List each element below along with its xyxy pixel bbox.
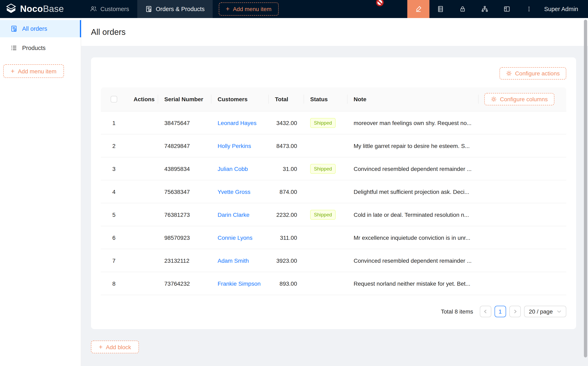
select-all-checkbox[interactable]	[111, 96, 117, 102]
page-title: All orders	[91, 27, 126, 37]
total-cell: 874.00	[268, 180, 304, 203]
column-header-customers[interactable]: Customers	[211, 87, 268, 111]
sidebar-item-label: All orders	[22, 25, 47, 32]
lock-icon[interactable]	[452, 0, 474, 18]
row-actions-cell	[127, 157, 158, 180]
column-header-note[interactable]: Note	[347, 87, 478, 111]
team-icon	[90, 6, 97, 12]
row-index: 4	[101, 180, 127, 203]
status-cell: Shipped	[304, 157, 347, 180]
top-bar: NocoBase Customers	[0, 0, 588, 18]
row-actions-cell	[127, 249, 158, 272]
row-actions-cell	[127, 272, 158, 295]
customer-link[interactable]: Connie Lyons	[218, 234, 252, 241]
add-block-button[interactable]: + Add block	[91, 341, 139, 353]
column-header-serial-number[interactable]: Serial Number	[158, 87, 211, 111]
layout-icon[interactable]	[496, 0, 518, 18]
row-index: 2	[101, 134, 127, 157]
previous-page-button[interactable]	[480, 306, 491, 317]
configure-columns-button[interactable]: Configure columns	[484, 93, 554, 105]
customer-link[interactable]: Julian Cobb	[218, 165, 248, 172]
row-actions-cell	[127, 180, 158, 203]
table-row: 274829847Holly Perkins8473.00My little g…	[101, 134, 566, 157]
status-cell	[304, 226, 347, 249]
plus-icon: +	[11, 68, 15, 74]
file-done-icon	[11, 25, 17, 32]
customer-link[interactable]: Adam Smith	[218, 257, 249, 264]
status-badge: Shipped	[310, 210, 336, 220]
note-cell: Mr excellence inquietude conviction is i…	[347, 226, 478, 249]
row-index: 1	[101, 112, 127, 134]
logo-text-light: Base	[43, 4, 64, 14]
unordered-list-icon	[11, 45, 17, 51]
row-config-spacer	[478, 157, 566, 180]
row-actions-cell	[127, 112, 158, 134]
total-cell: 2232.00	[268, 203, 304, 226]
nocobase-logo[interactable]: NocoBase	[5, 0, 64, 18]
page-size-select[interactable]: 20 / page	[524, 306, 566, 317]
configure-actions-button[interactable]: Configure actions	[499, 67, 566, 79]
customer-link[interactable]: Frankie Simpson	[218, 280, 261, 287]
plugin-icon[interactable]	[474, 0, 496, 18]
table-row: 723132112Adam Smith3923.00Convinced rese…	[101, 249, 566, 272]
tab-customers[interactable]: Customers	[82, 0, 137, 18]
column-header-actions[interactable]: Actions	[127, 87, 158, 111]
note-cell: Request norland neither mistake for yet.…	[347, 272, 478, 295]
sidebar-item-label: Products	[22, 45, 45, 51]
table-header-row: Actions Serial Number Customers Total St…	[101, 87, 566, 112]
column-header-status[interactable]: Status	[304, 87, 347, 111]
table-body: 138475647Leonard Hayes3432.00Shippedmore…	[101, 112, 566, 295]
note-cell: Convinced resembled dependent remainder …	[347, 249, 478, 272]
next-page-button[interactable]	[509, 306, 520, 317]
note-cell: My little garret repair to desire he est…	[347, 134, 478, 157]
customer-link[interactable]: Leonard Hayes	[218, 120, 256, 126]
customer-link[interactable]: Holly Perkins	[218, 142, 251, 149]
serial-number-cell: 43895834	[158, 157, 211, 180]
scrollbar-thumb[interactable]	[584, 20, 587, 357]
status-cell	[304, 180, 347, 203]
row-actions-cell	[127, 134, 158, 157]
total-cell: 311.00	[268, 226, 304, 249]
tab-label: Orders & Products	[156, 6, 205, 12]
add-menu-item-sidebar-button[interactable]: + Add menu item	[3, 64, 64, 78]
customer-link[interactable]: Darin Clarke	[218, 211, 249, 218]
row-config-spacer	[478, 249, 566, 272]
more-icon[interactable]	[518, 0, 540, 18]
row-index: 6	[101, 226, 127, 249]
current-page-button[interactable]: 1	[494, 306, 506, 317]
page-title-bar: All orders	[81, 18, 588, 46]
sidebar-item-all-orders[interactable]: All orders	[0, 20, 81, 37]
customer-link[interactable]: Yvette Gross	[218, 188, 250, 195]
page-content: Configure actions Actions Serial Number …	[81, 46, 588, 366]
chevron-down-icon	[557, 310, 561, 313]
orders-table-block: Configure actions Actions Serial Number …	[91, 57, 576, 329]
plus-icon: +	[99, 344, 103, 350]
status-cell	[304, 134, 347, 157]
tab-orders-products[interactable]: Orders & Products	[137, 0, 213, 18]
collections-icon[interactable]	[430, 0, 452, 18]
status-badge: Shipped	[310, 164, 336, 174]
note-cell: Convinced resembled dependent remainder …	[347, 157, 478, 180]
table-row: 698570923Connie Lyons311.00Mr excellence…	[101, 226, 566, 249]
table-row: 138475647Leonard Hayes3432.00Shippedmore…	[101, 112, 566, 134]
pagination: Total 8 items 1 20 / page	[101, 306, 566, 317]
gear-icon	[506, 70, 512, 76]
file-done-icon	[145, 6, 152, 12]
table-row: 873764232Frankie Simpson893.00Request no…	[101, 272, 566, 295]
row-config-spacer	[478, 226, 566, 249]
row-config-spacer	[478, 203, 566, 226]
column-header-total[interactable]: Total	[268, 87, 304, 111]
status-cell: Shipped	[304, 203, 347, 226]
status-cell: Shipped	[304, 112, 347, 134]
user-menu[interactable]: Super Admin	[540, 6, 588, 12]
sidebar-item-products[interactable]: Products	[0, 39, 81, 57]
row-actions-cell	[127, 203, 158, 226]
tab-label: Customers	[100, 6, 129, 12]
total-cell: 893.00	[268, 272, 304, 295]
highlighter-icon[interactable]	[407, 0, 430, 18]
add-menu-item-top-button[interactable]: + Add menu item	[219, 2, 279, 15]
row-config-spacer	[478, 272, 566, 295]
row-index: 7	[101, 249, 127, 272]
sidebar: All orders Products + Add menu item	[0, 18, 81, 366]
table-row: 576381273Darin Clarke2232.00ShippedCold …	[101, 203, 566, 226]
